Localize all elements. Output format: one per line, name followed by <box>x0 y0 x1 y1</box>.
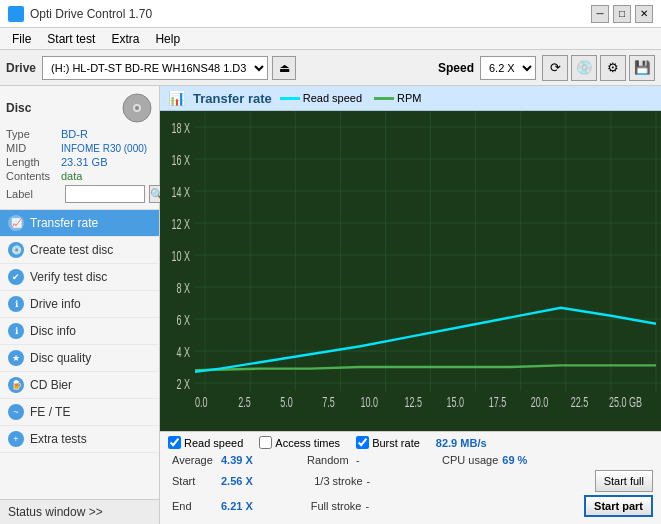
legend-rpm: RPM <box>374 92 421 104</box>
chart-header: 📊 Transfer rate Read speed RPM <box>160 86 661 111</box>
svg-text:5.0: 5.0 <box>280 394 293 411</box>
disc-type-row: Type BD-R <box>6 128 153 140</box>
nav-cd-bier-label: CD Bier <box>30 378 72 392</box>
svg-text:15.0: 15.0 <box>447 394 465 411</box>
rpm-label: RPM <box>397 92 421 104</box>
nav-extra-tests-label: Extra tests <box>30 432 87 446</box>
nav-create-test-disc[interactable]: 💿 Create test disc <box>0 237 159 264</box>
disc-length-row: Length 23.31 GB <box>6 156 153 168</box>
drive-select: (H:) HL-DT-ST BD-RE WH16NS48 1.D3 ⏏ <box>42 56 432 80</box>
status-window-label: Status window >> <box>8 505 103 519</box>
save-button[interactable]: 💾 <box>629 55 655 81</box>
status-window-item[interactable]: Status window >> <box>0 499 159 524</box>
nav-disc-info[interactable]: ℹ Disc info <box>0 318 159 345</box>
svg-text:17.5: 17.5 <box>489 394 507 411</box>
nav-drive-info-label: Drive info <box>30 297 81 311</box>
average-cell: Average 4.39 X <box>168 453 303 467</box>
disc-header: Disc <box>6 92 153 124</box>
svg-text:4 X: 4 X <box>177 344 191 361</box>
extra-tests-icon: + <box>8 431 24 447</box>
disc-quality-icon: ★ <box>8 350 24 366</box>
close-button[interactable]: ✕ <box>635 5 653 23</box>
disc-info-icon: ℹ <box>8 323 24 339</box>
menu-file[interactable]: File <box>4 30 39 48</box>
nav-fe-te[interactable]: ~ FE / TE <box>0 399 159 426</box>
read-speed-checkbox-text: Read speed <box>184 437 243 449</box>
read-speed-label: Read speed <box>303 92 362 104</box>
chart-icon: 📊 <box>168 90 185 106</box>
svg-text:0.0: 0.0 <box>195 394 208 411</box>
chart-legend: Read speed RPM <box>280 92 422 104</box>
minimize-button[interactable]: ─ <box>591 5 609 23</box>
nav-disc-info-label: Disc info <box>30 324 76 338</box>
titlebar-title: Opti Drive Control 1.70 <box>30 7 152 21</box>
menu-extra[interactable]: Extra <box>103 30 147 48</box>
access-times-checkbox-label[interactable]: Access times <box>259 436 340 449</box>
titlebar-controls: ─ □ ✕ <box>591 5 653 23</box>
stroke-1-3-cell: 1/3 stroke - <box>310 474 452 488</box>
svg-point-2 <box>135 106 139 110</box>
disc-panel: Disc Type BD-R MID INFOME R30 (000) Leng… <box>0 86 159 210</box>
start-cell: Start 2.56 X <box>168 474 310 488</box>
disc-button[interactable]: 💿 <box>571 55 597 81</box>
full-stroke-cell: Full stroke - <box>307 499 446 513</box>
burst-rate-checkbox[interactable] <box>356 436 369 449</box>
nav-extra-tests[interactable]: + Extra tests <box>0 426 159 453</box>
start-part-button[interactable]: Start part <box>584 495 653 517</box>
read-speed-checkbox[interactable] <box>168 436 181 449</box>
cpu-usage-cell: CPU usage 69 % <box>438 453 573 467</box>
read-speed-checkbox-label[interactable]: Read speed <box>168 436 243 449</box>
nav-items: 📈 Transfer rate 💿 Create test disc ✔ Ver… <box>0 210 159 499</box>
svg-text:12.5: 12.5 <box>404 394 422 411</box>
nav-drive-info[interactable]: ℹ Drive info <box>0 291 159 318</box>
verify-test-icon: ✔ <box>8 269 24 285</box>
rpm-color <box>374 97 394 100</box>
nav-transfer-rate[interactable]: 📈 Transfer rate <box>0 210 159 237</box>
fe-te-icon: ~ <box>8 404 24 420</box>
nav-create-test-label: Create test disc <box>30 243 113 257</box>
stats-row-1: Average 4.39 X Random - CPU usage 69 % <box>168 453 653 467</box>
svg-text:18 X: 18 X <box>172 120 191 137</box>
disc-mid-row: MID INFOME R30 (000) <box>6 142 153 154</box>
disc-title: Disc <box>6 101 31 115</box>
disc-icon <box>121 92 153 124</box>
svg-text:2.5: 2.5 <box>238 394 251 411</box>
refresh-button[interactable]: ⟳ <box>542 55 568 81</box>
access-times-checkbox[interactable] <box>259 436 272 449</box>
burst-rate-value: 82.9 MB/s <box>436 437 487 449</box>
nav-disc-quality[interactable]: ★ Disc quality <box>0 345 159 372</box>
start-full-button[interactable]: Start full <box>595 470 653 492</box>
maximize-button[interactable]: □ <box>613 5 631 23</box>
menu-start-test[interactable]: Start test <box>39 30 103 48</box>
svg-text:20.0: 20.0 <box>531 394 549 411</box>
svg-text:14 X: 14 X <box>172 184 191 201</box>
drive-info-icon: ℹ <box>8 296 24 312</box>
chart-wrapper: 18 X 16 X 14 X 12 X 10 X 8 X 6 X 4 X 2 X… <box>160 111 661 431</box>
drive-dropdown[interactable]: (H:) HL-DT-ST BD-RE WH16NS48 1.D3 <box>42 56 268 80</box>
nav-disc-quality-label: Disc quality <box>30 351 91 365</box>
nav-transfer-rate-label: Transfer rate <box>30 216 98 230</box>
eject-button[interactable]: ⏏ <box>272 56 296 80</box>
disc-contents-row: Contents data <box>6 170 153 182</box>
settings-button[interactable]: ⚙ <box>600 55 626 81</box>
read-speed-color <box>280 97 300 100</box>
chart-area: 📊 Transfer rate Read speed RPM <box>160 86 661 524</box>
svg-text:10 X: 10 X <box>172 248 191 265</box>
svg-text:25.0 GB: 25.0 GB <box>609 394 642 411</box>
menu-help[interactable]: Help <box>147 30 188 48</box>
random-cell: Random - <box>303 453 438 467</box>
nav-verify-test-label: Verify test disc <box>30 270 107 284</box>
svg-text:6 X: 6 X <box>177 312 191 329</box>
svg-text:8 X: 8 X <box>177 280 191 297</box>
legend-read-speed: Read speed <box>280 92 362 104</box>
nav-verify-test-disc[interactable]: ✔ Verify test disc <box>0 264 159 291</box>
sidebar: Disc Type BD-R MID INFOME R30 (000) Leng… <box>0 86 160 524</box>
speed-dropdown[interactable]: 6.2 X <box>480 56 536 80</box>
nav-cd-bier[interactable]: 🍺 CD Bier <box>0 372 159 399</box>
label-input[interactable] <box>65 185 145 203</box>
svg-text:12 X: 12 X <box>172 216 191 233</box>
placeholder-cell <box>452 480 594 482</box>
stats-row-2: Start 2.56 X 1/3 stroke - Start full <box>168 470 653 492</box>
titlebar-left: Opti Drive Control 1.70 <box>8 6 152 22</box>
burst-rate-checkbox-label[interactable]: Burst rate <box>356 436 420 449</box>
